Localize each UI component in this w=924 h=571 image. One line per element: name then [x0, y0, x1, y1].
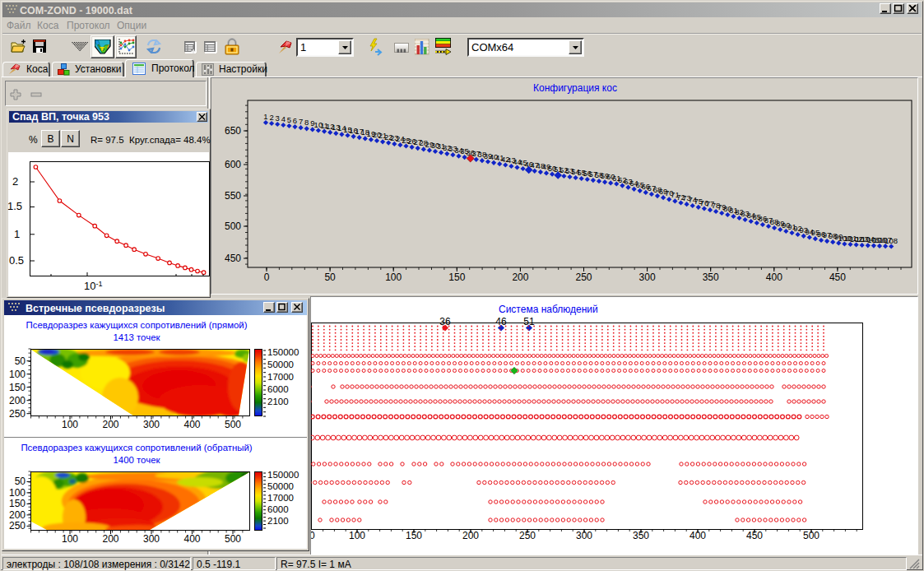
svg-text:50: 50	[324, 272, 336, 283]
svg-text:108: 108	[885, 236, 898, 245]
svg-text:0: 0	[311, 530, 315, 541]
svg-text:300: 300	[639, 272, 656, 283]
svg-text:200: 200	[462, 530, 479, 541]
svg-text:550: 550	[225, 190, 241, 202]
svg-text:200: 200	[512, 272, 528, 283]
svg-text:300: 300	[576, 530, 592, 541]
svg-text:100: 100	[349, 530, 365, 541]
svg-text:0: 0	[264, 272, 270, 283]
svg-text:350: 350	[633, 530, 649, 541]
svg-text:100: 100	[385, 272, 402, 283]
svg-text:1: 1	[263, 112, 267, 121]
svg-text:500: 500	[225, 221, 241, 232]
svg-text:2: 2	[269, 113, 273, 122]
svg-text:8: 8	[304, 118, 309, 127]
svg-text:150: 150	[406, 530, 422, 541]
svg-text:400: 400	[690, 530, 706, 541]
svg-text:450: 450	[829, 272, 846, 283]
svg-text:5: 5	[287, 115, 291, 124]
svg-text:4: 4	[281, 114, 286, 123]
svg-text:150: 150	[448, 272, 465, 283]
svg-text:450: 450	[225, 253, 241, 264]
svg-text:250: 250	[519, 530, 536, 541]
svg-text:3: 3	[276, 114, 280, 123]
svg-text:400: 400	[766, 272, 782, 283]
svg-text:650: 650	[225, 125, 241, 137]
svg-text:7: 7	[299, 117, 303, 126]
svg-text:450: 450	[746, 530, 763, 541]
svg-text:250: 250	[575, 272, 592, 283]
svg-text:500: 500	[803, 530, 820, 541]
svg-text:350: 350	[703, 272, 719, 283]
svg-text:600: 600	[225, 159, 241, 170]
svg-text:6: 6	[293, 116, 297, 125]
